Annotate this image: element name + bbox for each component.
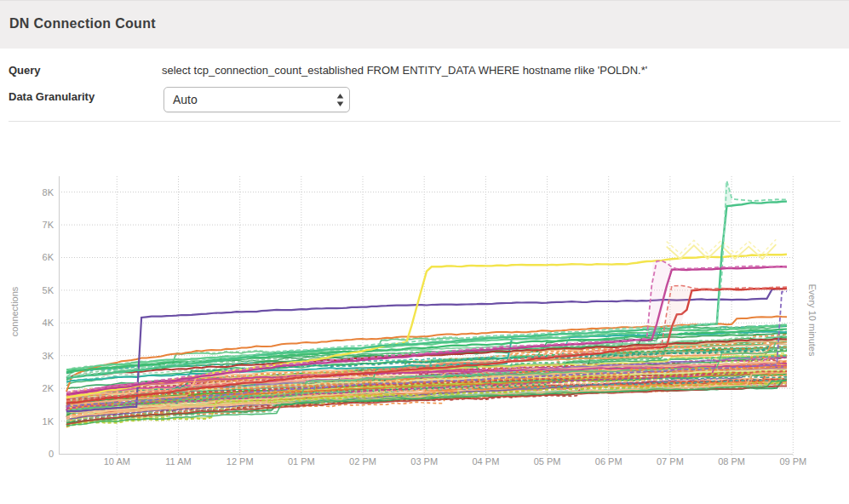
- svg-text:connections: connections: [9, 286, 20, 336]
- svg-text:04 PM: 04 PM: [473, 456, 500, 467]
- svg-text:02 PM: 02 PM: [349, 456, 376, 467]
- svg-text:01 PM: 01 PM: [288, 456, 315, 467]
- svg-text:8K: 8K: [43, 187, 54, 198]
- svg-text:06 PM: 06 PM: [595, 456, 622, 467]
- svg-text:07 PM: 07 PM: [657, 456, 684, 467]
- svg-text:1K: 1K: [43, 416, 54, 427]
- svg-text:11 AM: 11 AM: [165, 456, 191, 467]
- svg-text:09 PM: 09 PM: [779, 456, 806, 467]
- svg-text:4K: 4K: [43, 318, 54, 328]
- svg-text:2K: 2K: [43, 383, 54, 393]
- svg-text:Every 10 minutes: Every 10 minutes: [807, 284, 817, 357]
- svg-text:6K: 6K: [43, 252, 54, 262]
- svg-text:7K: 7K: [43, 220, 54, 230]
- svg-text:05 PM: 05 PM: [534, 456, 561, 467]
- svg-text:5K: 5K: [43, 285, 54, 295]
- svg-text:10 AM: 10 AM: [104, 456, 130, 467]
- svg-text:08 PM: 08 PM: [718, 456, 745, 467]
- svg-text:3K: 3K: [43, 351, 54, 361]
- svg-text:03 PM: 03 PM: [410, 456, 438, 467]
- svg-text:12 PM: 12 PM: [227, 456, 254, 467]
- svg-text:0: 0: [49, 449, 54, 459]
